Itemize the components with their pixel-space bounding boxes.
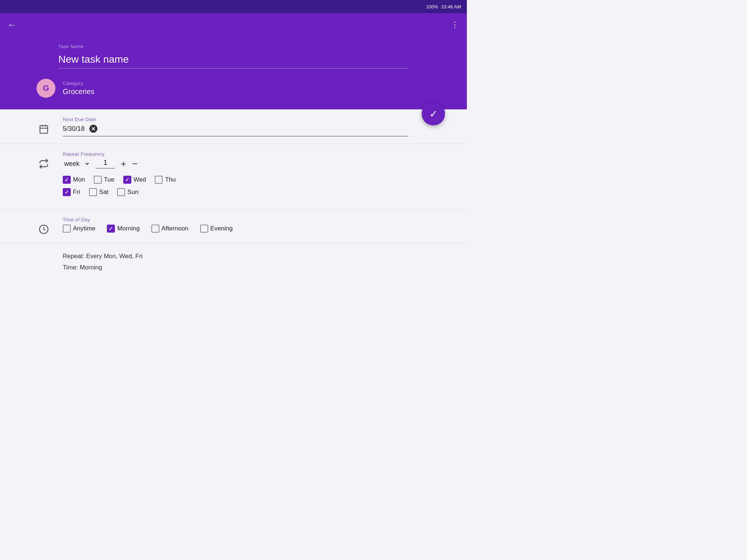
battery-status: 100% [426, 4, 438, 9]
summary-repeat-text: Repeat: Every Mon, Wed, Fri [63, 251, 409, 262]
repeat-frequency-section: Repeat Frequency week day month + − Mon [0, 144, 467, 210]
anytime-checkbox-group[interactable]: Anytime [63, 225, 95, 233]
evening-checkbox[interactable] [200, 225, 208, 233]
wednesday-label: Wed [133, 176, 146, 183]
thursday-checkbox[interactable] [155, 176, 163, 184]
due-date-label: Next Due Date [63, 117, 409, 122]
sunday-checkbox[interactable] [117, 188, 125, 196]
friday-checkbox[interactable] [63, 188, 71, 196]
decrement-button[interactable]: − [132, 159, 138, 168]
category-value: Groceries [63, 88, 94, 96]
wednesday-checkbox-group[interactable]: Wed [123, 176, 146, 184]
confirm-fab[interactable]: ✓ [422, 102, 445, 125]
monday-label: Mon [73, 176, 85, 183]
clock-icon [36, 224, 51, 234]
saturday-label: Sat [99, 188, 109, 196]
time-row: Time of Day Anytime Morning Afternoon Ev… [36, 217, 409, 234]
next-due-date-section: Next Due Date 5/30/18 [0, 109, 467, 144]
monday-checkbox-group[interactable]: Mon [63, 176, 85, 184]
repeat-controls: week day month + − [63, 159, 409, 168]
tod-content: Time of Day Anytime Morning Afternoon Ev… [63, 217, 409, 233]
back-button[interactable]: ← [7, 20, 16, 30]
saturday-checkbox-group[interactable]: Sat [89, 188, 109, 196]
repeat-icon [36, 159, 51, 169]
anytime-label: Anytime [73, 225, 95, 232]
repeat-content: Repeat Frequency week day month + − Mon [63, 151, 409, 201]
date-value: 5/30/18 [63, 125, 85, 133]
frequency-select[interactable]: week day month [63, 160, 90, 168]
tuesday-label: Tue [104, 176, 115, 183]
time-of-day-label: Time of Day [63, 217, 409, 222]
task-name-label: Task Name [58, 44, 409, 49]
date-input-row: 5/30/18 [63, 124, 409, 136]
repeat-frequency-label: Repeat Frequency [63, 151, 409, 157]
frequency-number-input[interactable] [96, 159, 115, 168]
time-of-day-section: Time of Day Anytime Morning Afternoon Ev… [0, 210, 467, 244]
category-avatar: G [36, 79, 55, 98]
afternoon-label: Afternoon [162, 225, 189, 232]
morning-label: Morning [117, 225, 139, 232]
increment-button[interactable]: + [121, 159, 126, 168]
thursday-checkbox-group[interactable]: Thu [155, 176, 175, 184]
morning-checkbox[interactable] [107, 225, 115, 233]
more-menu-button[interactable]: ⋮ [451, 20, 460, 30]
category-info: Category Groceries [63, 81, 94, 96]
evening-checkbox-group[interactable]: Evening [200, 225, 233, 233]
category-label: Category [63, 81, 94, 86]
days-row-2: Fri Sat Sun [63, 188, 409, 196]
summary-section: Repeat: Every Mon, Wed, Fri Time: Mornin… [0, 244, 467, 282]
tuesday-checkbox-group[interactable]: Tue [94, 176, 115, 184]
app-bar: ← ⋮ [0, 13, 467, 36]
time-of-day-options: Anytime Morning Afternoon Evening [63, 225, 409, 233]
due-date-row: Next Due Date 5/30/18 [36, 117, 409, 136]
anytime-checkbox[interactable] [63, 225, 71, 233]
tuesday-checkbox[interactable] [94, 176, 102, 184]
afternoon-checkbox-group[interactable]: Afternoon [151, 225, 189, 233]
monday-checkbox[interactable] [63, 176, 71, 184]
task-name-input[interactable] [58, 54, 409, 69]
thursday-label: Thu [165, 176, 175, 183]
time-display: 10:48 AM [441, 4, 461, 9]
calendar-icon [36, 124, 51, 134]
wednesday-checkbox[interactable] [123, 176, 131, 184]
summary-row: Repeat: Every Mon, Wed, Fri Time: Mornin… [36, 251, 409, 273]
saturday-checkbox[interactable] [89, 188, 97, 196]
category-row: G Category Groceries [36, 79, 387, 98]
check-icon: ✓ [429, 108, 438, 120]
clear-date-button[interactable] [89, 124, 98, 133]
evening-label: Evening [210, 225, 233, 232]
morning-checkbox-group[interactable]: Morning [107, 225, 139, 233]
status-bar: 100% 10:48 AM [0, 0, 467, 13]
sunday-label: Sun [127, 188, 138, 196]
days-row-1: Mon Tue Wed Thu [63, 176, 409, 184]
summary-content: Repeat: Every Mon, Wed, Fri Time: Mornin… [63, 251, 409, 273]
sunday-checkbox-group[interactable]: Sun [117, 188, 138, 196]
afternoon-checkbox[interactable] [151, 225, 159, 233]
friday-checkbox-group[interactable]: Fri [63, 188, 80, 196]
repeat-row: Repeat Frequency week day month + − Mon [36, 151, 409, 201]
friday-label: Fri [73, 188, 80, 196]
summary-time-text: Time: Morning [63, 262, 409, 273]
svg-rect-0 [40, 126, 48, 133]
due-date-content: Next Due Date 5/30/18 [63, 117, 409, 136]
header-section: Task Name G Category Groceries [0, 36, 467, 109]
